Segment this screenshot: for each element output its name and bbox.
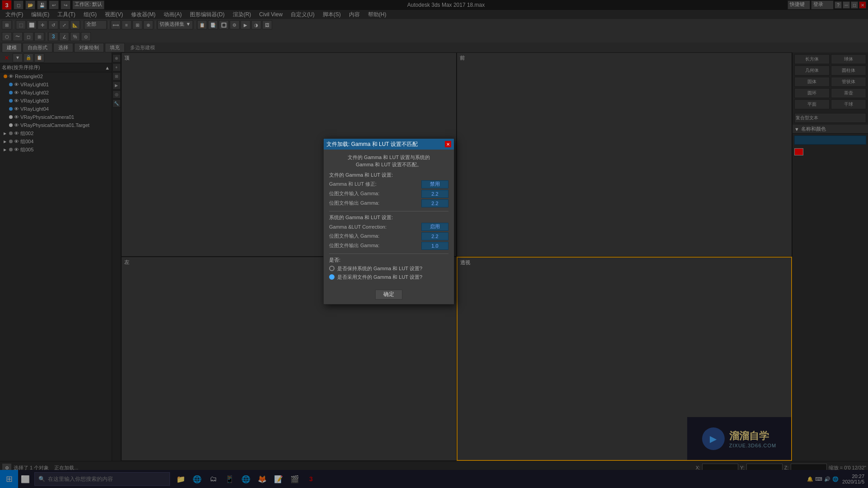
dialog-divider-2 bbox=[329, 253, 448, 254]
system-row-0: Gamma &LUT Correction: 启用 bbox=[329, 223, 448, 231]
file-row-1-value: 2.2 bbox=[421, 190, 448, 198]
system-row-1-value: 2.2 bbox=[421, 232, 448, 240]
radio-row-1[interactable]: 是否保持系统的 Gamma 和 LUT 设置? bbox=[329, 265, 448, 272]
file-row-0-value: 禁用 bbox=[421, 180, 448, 188]
dialog-subtitle: 文件的 Gamma 和 LUT 设置与系统的 Gamma 和 LUT 设置不匹配… bbox=[329, 154, 448, 168]
file-row-0-label: Gamma 和 LUT 修正: bbox=[329, 181, 421, 188]
radio-use-file-label: 是否采用文件的 Gamma 和 LUT 设置? bbox=[337, 274, 422, 281]
system-row-1: 位图文件输入 Gamma: 2.2 bbox=[329, 232, 448, 240]
dialog-divider-1 bbox=[329, 211, 448, 211]
system-section-title: 系统的 Gamma 和 LUT 设置: bbox=[329, 214, 448, 221]
system-gamma-section: 系统的 Gamma 和 LUT 设置: Gamma &LUT Correctio… bbox=[329, 214, 448, 250]
system-row-2-label: 位图文件输出 Gamma: bbox=[329, 242, 421, 249]
file-gamma-section: 文件的 Gamma 和 LUT 设置: Gamma 和 LUT 修正: 禁用 位… bbox=[329, 172, 448, 207]
dialog-ok-button[interactable]: 确定 bbox=[375, 290, 402, 300]
radio-keep-system[interactable] bbox=[329, 266, 335, 271]
dialog-close-btn[interactable]: ✕ bbox=[445, 141, 451, 147]
dialog-answer-label: 是否: bbox=[329, 257, 448, 263]
system-row-0-label: Gamma &LUT Correction: bbox=[329, 224, 421, 230]
system-row-0-value: 启用 bbox=[421, 223, 448, 231]
file-row-2: 位图文件输出 Gamma: 2.2 bbox=[329, 199, 448, 207]
system-row-1-label: 位图文件输入 Gamma: bbox=[329, 233, 421, 239]
system-row-2-value: 1.0 bbox=[421, 242, 448, 250]
radio-keep-system-label: 是否保持系统的 Gamma 和 LUT 设置? bbox=[337, 265, 422, 272]
file-section-title: 文件的 Gamma 和 LUT 设置: bbox=[329, 172, 448, 178]
file-row-2-label: 位图文件输出 Gamma: bbox=[329, 200, 421, 206]
dialog-title-bar: 文件加载: Gamma 和 LUT 设置不匹配 ✕ bbox=[324, 139, 454, 150]
dialog-footer: 确定 bbox=[324, 287, 454, 304]
file-row-2-value: 2.2 bbox=[421, 199, 448, 207]
radio-row-2[interactable]: 是否采用文件的 Gamma 和 LUT 设置? bbox=[329, 274, 448, 281]
dialog-overlay: 文件加载: Gamma 和 LUT 设置不匹配 ✕ 文件的 Gamma 和 LU… bbox=[0, 0, 868, 488]
system-row-2: 位图文件输出 Gamma: 1.0 bbox=[329, 242, 448, 250]
dialog-subtitle-line2: Gamma 和 LUT 设置不匹配。 bbox=[329, 161, 448, 168]
file-row-1-label: 位图文件输入 Gamma: bbox=[329, 190, 421, 197]
radio-use-file[interactable] bbox=[329, 274, 335, 280]
dialog-subtitle-line1: 文件的 Gamma 和 LUT 设置与系统的 bbox=[329, 154, 448, 161]
file-row-0: Gamma 和 LUT 修正: 禁用 bbox=[329, 180, 448, 188]
gamma-lut-dialog: 文件加载: Gamma 和 LUT 设置不匹配 ✕ 文件的 Gamma 和 LU… bbox=[323, 138, 454, 305]
dialog-body: 文件的 Gamma 和 LUT 设置与系统的 Gamma 和 LUT 设置不匹配… bbox=[324, 150, 454, 287]
file-row-1: 位图文件输入 Gamma: 2.2 bbox=[329, 190, 448, 198]
dialog-title-text: 文件加载: Gamma 和 LUT 设置不匹配 bbox=[326, 141, 418, 148]
